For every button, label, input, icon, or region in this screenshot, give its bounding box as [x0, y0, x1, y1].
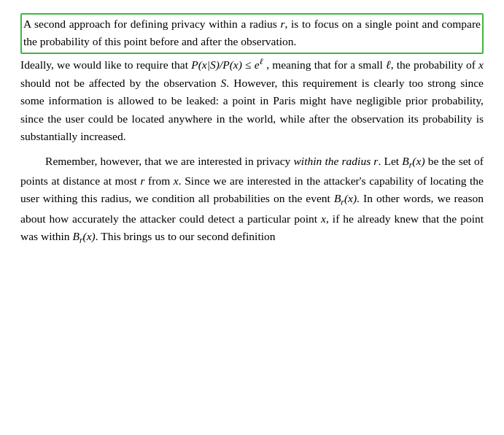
formula-br: Br(x): [402, 155, 424, 167]
paragraph-2: Remember, however, that we are intereste…: [20, 153, 484, 248]
formula-br3: Br(x): [72, 230, 95, 242]
paragraph1-continuation: Ideally, we would like to require that P…: [20, 58, 484, 142]
var-x2: x: [174, 174, 179, 187]
var-r: r: [280, 18, 284, 30]
var-S: S: [221, 77, 227, 89]
var-r2: r: [140, 174, 144, 187]
formula-1: P(x|S)/P(x) ≤ eℓ: [191, 58, 266, 71]
main-content: A second approach for defining privacy w…: [20, 13, 484, 248]
page: A second approach for defining privacy w…: [0, 0, 504, 261]
italic-phrase: within the radius r: [293, 155, 378, 167]
paragraph-1: A second approach for defining privacy w…: [20, 13, 484, 146]
var-x1: x: [478, 58, 484, 71]
highlighted-region: A second approach for defining privacy w…: [20, 13, 484, 54]
para2-text: Remember, however, that we are intereste…: [20, 155, 484, 243]
var-x3: x: [321, 212, 326, 225]
highlighted-text: A second approach for defining privacy w…: [23, 18, 481, 47]
var-ell: ℓ: [386, 58, 391, 71]
formula-br2: Br(x): [334, 192, 357, 204]
